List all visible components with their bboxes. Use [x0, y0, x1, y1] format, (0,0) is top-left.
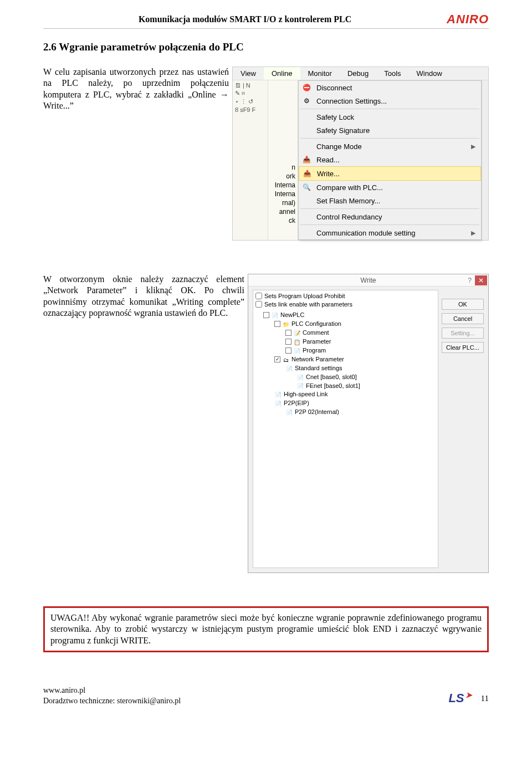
tree-label: P2P 02(Internal) [295, 408, 339, 417]
tree-icon: 📝 [293, 330, 301, 336]
section-title: 2.6 Wgranie parametrów połączenia do PLC [43, 41, 489, 53]
checkbox-label: Sets Program Upload Prohibit [264, 293, 345, 299]
tree-node[interactable]: 📋Parameter [255, 338, 436, 346]
tree-icon: 📄 [274, 400, 282, 407]
menu-write[interactable]: 📤Write... [299, 166, 481, 181]
menu-item-monitor[interactable]: Monitor [300, 67, 340, 80]
menu-control-redundancy[interactable]: Control Redundancy [299, 210, 481, 223]
menu-label: Control Redundancy [316, 213, 382, 221]
tree-node[interactable]: 📄FEnet [base0, slot1] [255, 382, 436, 391]
tree-checkbox[interactable] [285, 330, 291, 336]
menu-label: Write... [317, 170, 340, 178]
side-peek [482, 80, 488, 240]
blank-icon [301, 212, 312, 221]
checkbox-link-enable[interactable]: Sets link enable with parameters [255, 301, 436, 308]
tree-node[interactable]: 📄P2P 02(Internal) [255, 408, 436, 417]
swoosh-icon: ➤ [466, 691, 472, 699]
footer-left: www.aniro.pl Doradztwo techniczne: stero… [43, 686, 181, 705]
help-icon[interactable]: ? [468, 277, 472, 284]
header-title: Komunikacja modułów SMART I/O z kontrole… [43, 14, 447, 24]
menu-read[interactable]: 📥Read... [299, 153, 481, 166]
tree-checkbox[interactable] [285, 339, 291, 345]
compare-icon-icon: 🔍 [301, 183, 312, 192]
footer-support: Doradztwo techniczne: sterowniki@aniro.p… [43, 696, 181, 706]
tree-node[interactable]: 📄P2P(EIP) [255, 399, 436, 408]
toolbar-strip: 🖻|N✎⌗⋆⋮↺8sF9F [233, 80, 268, 240]
menu-label: Communication module setting [316, 229, 415, 237]
tree-checkbox[interactable] [274, 321, 280, 327]
menu-label: Set Flash Memory... [316, 197, 380, 205]
tree-icon: 📄 [274, 391, 282, 398]
menu-bar: ViewOnlineMonitorDebugToolsWindow [233, 67, 488, 80]
separator [300, 224, 479, 225]
read-icon-icon: 📥 [301, 155, 312, 164]
menu-label: Change Mode [316, 142, 362, 151]
write-tree: 📄NewPLC📁PLC Configuration📝Comment📋Parame… [255, 311, 436, 417]
menu-safety-signature[interactable]: Safety Signature [299, 124, 481, 137]
menu-label: Safety Lock [316, 113, 354, 121]
footer-site: www.aniro.pl [43, 686, 181, 696]
tree-icon: 📄 [285, 365, 293, 372]
tree-node[interactable]: 📄Standard settings [255, 364, 436, 373]
checkbox-input[interactable] [255, 293, 262, 299]
tree-label: Comment [303, 329, 329, 338]
cancel-button[interactable]: Cancel [442, 313, 484, 324]
tree-node[interactable]: 📄Cnet [base0, slot0] [255, 373, 436, 382]
tree-node[interactable]: 📄High-speed Link [255, 390, 436, 399]
tree-checkbox[interactable] [274, 356, 280, 362]
tree-checkbox[interactable] [285, 347, 291, 354]
page-number: 11 [481, 694, 489, 703]
tree-icon: 📄 [271, 312, 279, 319]
menu-item-online[interactable]: Online [264, 67, 300, 80]
menu-label: Connection Settings... [316, 97, 387, 105]
menu-item-view[interactable]: View [233, 67, 264, 80]
menu-item-debug[interactable]: Debug [340, 67, 376, 80]
setting-button: Setting... [442, 328, 484, 339]
menu-safety-lock[interactable]: Safety Lock [299, 110, 481, 124]
tree-node[interactable]: 📝Comment [255, 329, 436, 338]
tree-icon: 🗂 [282, 356, 290, 363]
ok-button[interactable]: OK [442, 299, 484, 310]
blank-icon [301, 113, 312, 121]
menu-label: Disconnect [316, 84, 352, 92]
aniro-logo: ANIRO [447, 12, 489, 27]
disconnect-icon-icon: ⛔ [301, 83, 312, 92]
tree-label: FEnet [base0, slot1] [306, 382, 360, 391]
menu-set-flash-memory[interactable]: Set Flash Memory... [299, 194, 481, 207]
menu-disconnect[interactable]: ⛔Disconnect [299, 81, 481, 94]
dialog-title: Write [361, 277, 376, 284]
write-icon-icon: 📤 [301, 169, 313, 178]
menu-connection-settings[interactable]: ⚙Connection Settings... [299, 94, 481, 108]
menu-item-tools[interactable]: Tools [376, 67, 408, 80]
chevron-right-icon: ▶ [471, 143, 475, 150]
settings-icon-icon: ⚙ [301, 96, 312, 105]
menu-screenshot: ViewOnlineMonitorDebugToolsWindow 🖻|N✎⌗⋆… [232, 67, 489, 241]
tree-label: High-speed Link [284, 390, 328, 399]
warning-box: UWAGA!! Aby wykonać wgranie parametrów s… [43, 606, 489, 652]
tree-node[interactable]: 📄NewPLC [255, 311, 436, 320]
tree-label: Network Parameter [291, 355, 344, 364]
checkbox-label: Sets link enable with parameters [264, 301, 352, 308]
tree-node[interactable]: 🗂Network Parameter [255, 355, 436, 364]
tree-label: Parameter [303, 338, 331, 346]
checkbox-upload-prohibit[interactable]: Sets Program Upload Prohibit [255, 293, 436, 299]
checkbox-input[interactable] [255, 301, 262, 308]
tree-label: P2P(EIP) [284, 399, 309, 408]
online-dropdown: ⛔Disconnect⚙Connection Settings...Safety… [298, 80, 482, 240]
blank-icon [301, 228, 312, 237]
menu-compare-with-plc[interactable]: 🔍Compare with PLC... [299, 181, 481, 194]
paragraph-1: W celu zapisania utworzonych przez nas u… [43, 67, 229, 112]
tree-checkbox[interactable] [263, 312, 269, 318]
tree-label: Standard settings [295, 364, 342, 373]
clear-plc-button[interactable]: Clear PLC... [442, 342, 484, 353]
project-tree-peek: norkInternaInternarnal)annelck [268, 80, 298, 240]
menu-change-mode[interactable]: Change Mode▶ [299, 140, 481, 153]
separator [300, 208, 479, 209]
menu-item-window[interactable]: Window [409, 67, 450, 80]
close-icon[interactable]: ✕ [475, 275, 487, 285]
tree-node[interactable]: 📁PLC Configuration [255, 320, 436, 329]
tree-node[interactable]: 📄Program [255, 346, 436, 355]
menu-communication-module-setting[interactable]: Communication module setting▶ [299, 226, 481, 239]
separator [300, 138, 479, 139]
tree-label: PLC Configuration [291, 320, 341, 329]
